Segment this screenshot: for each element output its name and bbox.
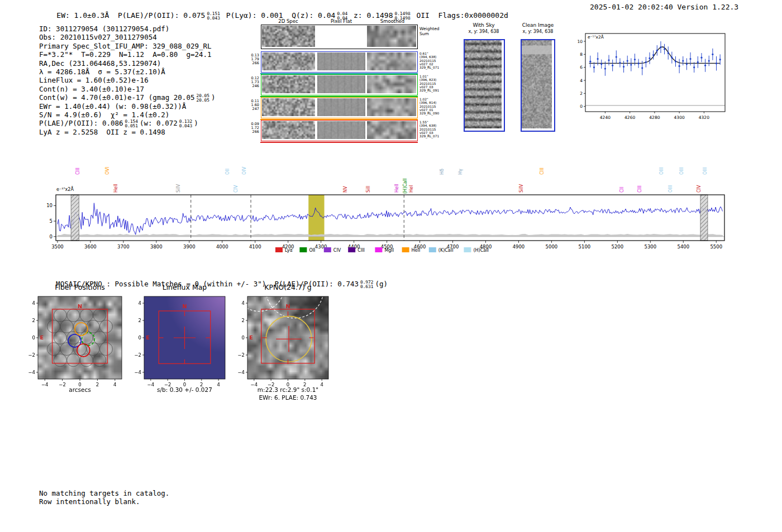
kpno-caption-2: EWr: 6. PLAE: 0.743 [239,394,337,401]
svg-text:6: 6 [580,65,583,70]
info-ewr: EWr = 1.40(±0.44) (w: 0.98(±0.32))Å [39,102,215,111]
info-id: ID: 3011279054 (3011279054.pdf) [39,25,215,33]
spectral-line-label: Hδ [440,169,445,175]
compass-east: E [249,334,253,341]
spectral-line-label: (H)CaII [403,179,408,194]
svg-text:4100: 4100 [249,244,261,250]
elixer-report: EW: 1.0±0.3Å P(LAE)/P(OII): 0.0750.1510.… [0,0,782,532]
spec2d-row-b-image [317,75,365,93]
svg-text:0: 0 [580,104,583,109]
plae-lower: 0.043 [207,16,220,21]
fiber-positions-title: Fiber Positions [38,283,122,291]
spectral-line-label: NV [343,186,348,193]
full-spectrum-chart: 3500360037003800390040004100420043004400… [47,142,735,262]
spectral-line-label: OII [225,169,230,175]
plae-uncertainty: 0.1510.043 [207,12,220,20]
info-sn-chi2: S/N = 4.9(±0.6) χ² = 1.4(±0.2) [39,111,215,119]
data-point [667,52,669,54]
svg-text:4240: 4240 [600,115,611,120]
fiber-outline [87,320,99,333]
weighted-2d-image [262,26,315,47]
fiber-outline [67,354,80,367]
svg-text:4900: 4900 [513,244,525,250]
header-ew-plae: EW: 1.0±0.3Å P(LAE)/P(OII): 0.075 [56,11,205,20]
weighted-sum-label: Weighted Sum [419,27,440,36]
svg-text:−4: −4 [237,370,245,375]
data-point [697,61,699,63]
svg-text:2: 2 [139,318,141,323]
clean-coords: x, y: 394, 638 [517,29,559,34]
weighted-smoothed-image [367,26,416,47]
spectral-line-label: OIII [679,167,684,175]
data-point [634,59,636,60]
legend-swatch [375,247,382,252]
spec2d-row-c-image [367,52,416,70]
gmag-uncertainty: 20.0520.05 [196,94,209,102]
info-primary-amp: Primary Spec_Slot_IFU_AMP: 329_088_029_R… [39,42,215,50]
legend-label: (H)CaII [473,248,488,253]
error-envelope [58,234,723,237]
legend-label: (K)CaII [438,248,454,253]
svg-text:−4: −4 [28,370,35,375]
spectrum-trace [58,203,723,235]
data-point [656,50,658,51]
spectral-line-label: CIII [637,185,642,193]
data-point [652,54,654,56]
data-point [638,63,640,64]
spectral-line-label: OVI [105,167,110,175]
legend-swatch [324,247,331,252]
spectral-line-label: OIV [242,166,247,175]
legend-swatch [429,247,436,252]
line-fit-chart: 424042604280430043200246810e⁻¹⁷x2Å [574,29,729,124]
svg-text:4: 4 [580,78,583,83]
fiber-outline [93,332,106,344]
spectral-line-label: CIII [540,167,545,175]
fiber-outline [54,332,66,344]
svg-text:5500: 5500 [710,244,722,250]
data-point [641,67,643,69]
legend-swatch [464,247,471,252]
svg-text:0: 0 [50,234,53,239]
info-lambda-sigma: λ = 4286.18Å σ = 5.37(±2.10)Å [39,68,215,76]
fiber-outline [47,320,60,333]
withsky-coords: x, y: 394, 638 [464,29,504,34]
spec2d-row-b-image [317,52,365,70]
data-point [623,66,624,68]
spectral-line-label: OIII [703,167,708,175]
data-point [712,54,713,55]
col-title-2dspec: 2D Spec [261,18,316,24]
fiber-outline [60,343,73,356]
detected-line-band [308,195,324,241]
fiber-outline [54,309,66,322]
svg-text:8: 8 [580,52,583,57]
spec2d-row-right-labels: 1.01"(396, 823)20210115v027_03329_RL_091 [419,75,445,92]
plae-uncertainty-2: 0.1540.051 [125,119,138,128]
flux-units-label: e⁻¹⁷x2Å [56,186,74,192]
spec2d-row-c-image [367,75,416,93]
spectral-line-label: CIII [75,167,80,175]
legend-label: MgII [384,248,394,253]
axes-frame [56,195,724,241]
detection-info-block: ID: 3011279054 (3011279054.pdf) Obs: 202… [39,25,215,136]
fiber-outline [100,343,113,356]
data-point [612,65,613,66]
compass-east: E [146,334,150,341]
compass-north: N [183,303,187,309]
svg-text:3900: 3900 [183,244,196,250]
data-point [689,58,691,60]
legend-swatch [402,247,409,252]
flux-units-label: e⁻¹⁷x2Å [588,35,604,40]
data-point [704,65,706,66]
spec2d-row-c-image [367,121,416,139]
svg-text:4: 4 [242,300,245,306]
data-point [589,61,591,63]
fiber-outline [100,320,113,333]
svg-text:3800: 3800 [150,244,163,250]
spectral-line-label: HeII [394,184,399,193]
axes-frame [585,33,725,112]
spec2d-row-a-image [262,75,315,93]
legend-label: CIV [333,248,341,253]
spec2d-row-left-labels: 0.121.73246 [241,76,259,88]
data-point [645,61,647,63]
data-point [597,58,599,60]
